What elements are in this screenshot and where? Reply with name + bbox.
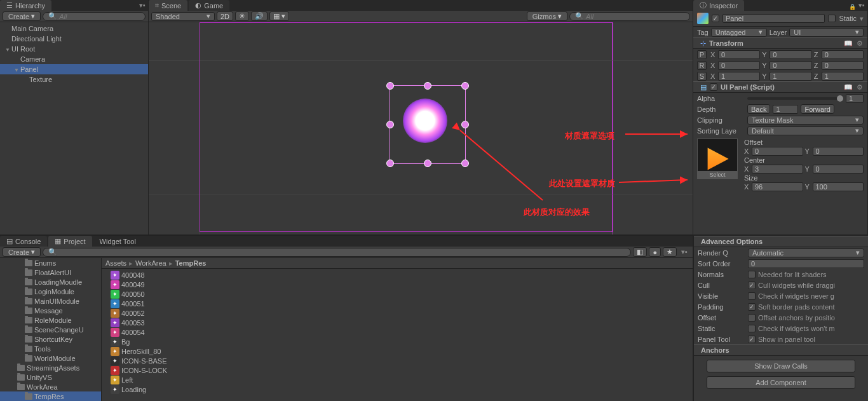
folder-item[interactable]: RoleModule bbox=[0, 315, 101, 325]
breadcrumb-part[interactable]: Assets bbox=[105, 259, 126, 267]
asset-list[interactable]: ✦400048✦400049✦400050✦400051✦400052✦4000… bbox=[102, 269, 693, 395]
popout-icon[interactable]: ▾▪ bbox=[856, 0, 867, 11]
project-folders[interactable]: EnumsFloatAlertUILoadingMoudleLoginModul… bbox=[0, 258, 102, 401]
filter-type-icon[interactable]: ● bbox=[649, 247, 661, 257]
folder-item[interactable]: LoginModule bbox=[0, 287, 101, 296]
breadcrumb-part[interactable]: TempRes bbox=[175, 259, 207, 267]
center-x[interactable]: 3 bbox=[752, 165, 803, 173]
asset-item[interactable]: ✦400049 bbox=[102, 280, 693, 289]
asset-item[interactable]: ✦400054 bbox=[102, 327, 693, 337]
asset-item[interactable]: ✦400053 bbox=[102, 318, 693, 327]
renderq-dropdown[interactable]: Automatic▾ bbox=[748, 248, 864, 257]
game-tab[interactable]: ◐Game bbox=[189, 0, 229, 11]
rot-x[interactable]: 0 bbox=[718, 61, 760, 70]
add-component-button[interactable]: Add Component bbox=[707, 376, 855, 389]
alpha-value[interactable]: 1 bbox=[846, 94, 864, 103]
hierarchy-tree[interactable]: Main CameraDirectional LightUI RootCamer… bbox=[0, 22, 148, 234]
project-create-button[interactable]: Create ▾ bbox=[3, 247, 41, 257]
hierarchy-tab[interactable]: ☰ Hierarchy bbox=[0, 0, 51, 11]
lock-icon[interactable] bbox=[848, 3, 856, 11]
inspector-tab[interactable]: ⓘInspector bbox=[693, 0, 744, 11]
hierarchy-item[interactable]: Camera bbox=[0, 54, 148, 64]
folder-item[interactable]: MainUIModule bbox=[0, 296, 101, 306]
gear-icon[interactable] bbox=[856, 39, 864, 47]
asset-item[interactable]: ✦ICON-S-LOCK bbox=[102, 365, 693, 375]
asset-item[interactable]: ✦Bg bbox=[102, 337, 693, 346]
folder-item[interactable]: ShortcutKey bbox=[0, 334, 101, 344]
scene-viewport[interactable]: 材质遮罩选项 此处设置遮罩材质 此材质对应的效果 bbox=[149, 22, 693, 234]
project-tab[interactable]: ▦Project bbox=[48, 236, 92, 247]
scene-tab[interactable]: ⌗Scene bbox=[149, 0, 187, 11]
folder-item[interactable]: TempRes bbox=[0, 391, 101, 401]
2d-toggle[interactable]: 2D bbox=[217, 11, 233, 21]
folder-item[interactable]: Enums bbox=[0, 258, 101, 268]
console-tab[interactable]: ▤Console bbox=[0, 236, 47, 247]
static-check[interactable] bbox=[748, 325, 756, 332]
uipanel-header[interactable]: ▤ UI Panel (Script) 📖 bbox=[693, 81, 867, 93]
advanced-header[interactable]: Advanced Options bbox=[694, 236, 868, 247]
normals-check[interactable] bbox=[748, 271, 756, 278]
select-label[interactable]: Select bbox=[698, 171, 737, 179]
breadcrumb[interactable]: Assets▸WorkArea▸TempRes bbox=[102, 258, 693, 269]
hierarchy-item[interactable]: UI Root bbox=[0, 44, 148, 54]
hierarchy-item[interactable]: Main Camera bbox=[0, 24, 148, 34]
folder-item[interactable]: WorkArea bbox=[0, 382, 101, 391]
help-icon[interactable]: 📖 bbox=[844, 83, 853, 92]
hierarchy-item[interactable]: Panel bbox=[0, 64, 148, 74]
offset-y[interactable]: 0 bbox=[813, 147, 864, 156]
gear-icon[interactable] bbox=[856, 83, 864, 91]
scl-y[interactable]: 1 bbox=[770, 72, 811, 81]
hierarchy-search[interactable]: 🔍 All bbox=[43, 12, 146, 21]
folder-item[interactable]: WorldModule bbox=[0, 353, 101, 363]
asset-item[interactable]: ✦400051 bbox=[102, 299, 693, 308]
fx-toggle[interactable]: ▦ ▾ bbox=[269, 11, 289, 21]
audio-toggle[interactable]: 🔊 bbox=[251, 11, 268, 21]
scl-z[interactable]: 1 bbox=[822, 72, 864, 81]
folder-item[interactable]: LoadingMoudle bbox=[0, 277, 101, 287]
gizmos-dropdown[interactable]: Gizmos ▾ bbox=[527, 11, 567, 21]
depth-forward[interactable]: Forward bbox=[801, 104, 834, 114]
asset-item[interactable]: ✦ICON-S-BASE bbox=[102, 356, 693, 365]
sorting-dropdown[interactable]: Default▾ bbox=[747, 126, 864, 135]
asset-item[interactable]: ✦Loading bbox=[102, 384, 693, 394]
sortorder-field[interactable]: 0 bbox=[748, 259, 864, 268]
visible-check[interactable] bbox=[748, 292, 756, 300]
asset-item[interactable]: ✦400048 bbox=[102, 270, 693, 280]
asset-item[interactable]: ✦400052 bbox=[102, 308, 693, 318]
tag-dropdown[interactable]: Untagged▾ bbox=[711, 28, 767, 37]
enabled-checkbox[interactable] bbox=[712, 15, 719, 22]
gameobject-name-field[interactable]: Panel bbox=[722, 14, 825, 23]
depth-value[interactable]: 1 bbox=[773, 105, 798, 114]
cull-check[interactable] bbox=[748, 282, 756, 289]
transform-header[interactable]: ⊹ Transform 📖 bbox=[693, 37, 867, 49]
shaded-dropdown[interactable]: Shaded▾ bbox=[151, 12, 215, 21]
offset-check[interactable] bbox=[748, 314, 756, 322]
asset-item[interactable]: ✦Left bbox=[102, 375, 693, 384]
layer-dropdown[interactable]: UI▾ bbox=[789, 28, 864, 37]
folder-item[interactable]: Message bbox=[0, 306, 101, 315]
rot-z[interactable]: 0 bbox=[822, 61, 864, 70]
center-y[interactable]: 0 bbox=[813, 165, 864, 173]
folder-item[interactable]: SceneChangeU bbox=[0, 325, 101, 334]
popout-icon[interactable]: ▾▪ bbox=[679, 247, 690, 257]
depth-back[interactable]: Back bbox=[747, 104, 770, 114]
folder-item[interactable]: StreamingAssets bbox=[0, 363, 101, 372]
size-x[interactable]: 96 bbox=[752, 182, 803, 191]
widget-tab[interactable]: Widget Tool bbox=[93, 236, 142, 247]
rot-y[interactable]: 0 bbox=[770, 61, 811, 70]
project-search[interactable]: 🔍 bbox=[43, 248, 631, 257]
show-draw-calls-button[interactable]: Show Draw Calls bbox=[707, 360, 855, 372]
static-checkbox[interactable] bbox=[828, 15, 836, 22]
asset-item[interactable]: ✦HeroSkill_80 bbox=[102, 346, 693, 356]
hierarchy-item[interactable]: Directional Light bbox=[0, 34, 148, 44]
breadcrumb-part[interactable]: WorkArea bbox=[135, 259, 166, 267]
asset-item[interactable]: ✦400050 bbox=[102, 289, 693, 299]
pos-y[interactable]: 0 bbox=[770, 50, 811, 59]
pos-x[interactable]: 0 bbox=[718, 50, 760, 59]
alpha-slider[interactable] bbox=[747, 97, 843, 100]
mask-texture-thumb[interactable]: Select bbox=[697, 139, 738, 179]
folder-item[interactable]: FloatAlertUI bbox=[0, 268, 101, 277]
hierarchy-item[interactable]: Texture bbox=[0, 74, 148, 85]
scl-x[interactable]: 1 bbox=[718, 72, 760, 81]
paneltool-check[interactable] bbox=[748, 336, 756, 343]
